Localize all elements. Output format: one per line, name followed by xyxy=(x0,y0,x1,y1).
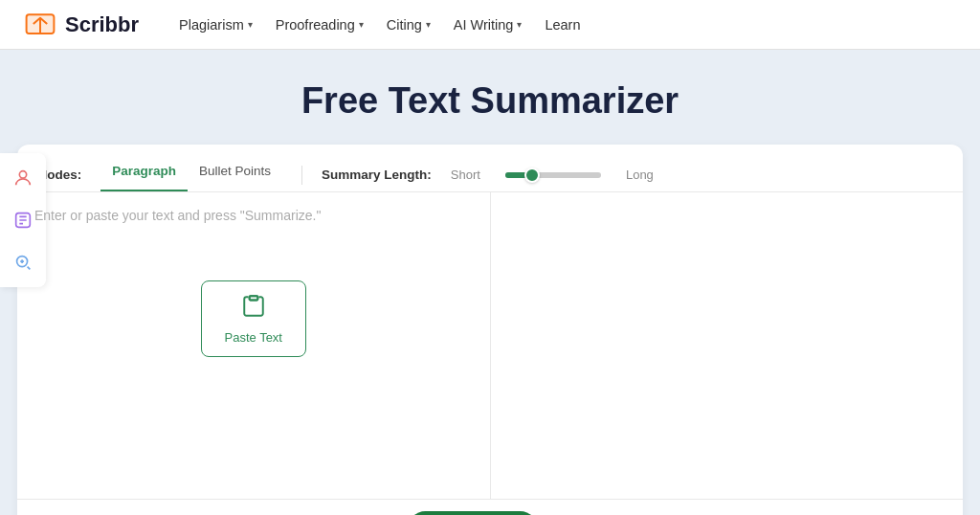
length-short: Short xyxy=(451,168,480,182)
chevron-down-icon: ▾ xyxy=(426,19,431,30)
chevron-down-icon: ▾ xyxy=(248,19,253,30)
nav-ai-writing[interactable]: AI Writing ▾ xyxy=(444,11,532,38)
mode-tabs: Paragraph Bullet Points xyxy=(100,158,282,191)
slider-thumb xyxy=(524,168,540,183)
nav-citing[interactable]: Citing ▾ xyxy=(377,11,440,38)
nav-learn[interactable]: Learn xyxy=(535,11,590,38)
chevron-down-icon: ▾ xyxy=(517,19,522,30)
footer-bar: Upload Doc Summarize 0 sentences • 0 wor… xyxy=(17,499,963,515)
main-card: Modes: Paragraph Bullet Points Summary L… xyxy=(17,145,963,515)
chevron-down-icon: ▾ xyxy=(359,19,364,30)
clipboard-icon xyxy=(241,294,266,325)
svg-point-0 xyxy=(19,171,26,178)
output-pane xyxy=(491,192,964,499)
header: Scribbr Plagiarism ▾ Proofreading ▾ Citi… xyxy=(0,0,980,50)
content-area: Enter or paste your text and press "Summ… xyxy=(17,192,963,499)
input-pane[interactable]: Enter or paste your text and press "Summ… xyxy=(17,192,491,499)
tab-bullet-points[interactable]: Bullet Points xyxy=(188,158,282,191)
length-slider[interactable] xyxy=(505,172,601,178)
paste-text-button[interactable]: Paste Text xyxy=(201,280,306,357)
nav-plagiarism[interactable]: Plagiarism ▾ xyxy=(169,11,262,38)
logo-icon xyxy=(23,8,57,42)
logo[interactable]: Scribbr xyxy=(23,8,139,42)
nav-proofreading[interactable]: Proofreading ▾ xyxy=(266,11,373,38)
sidebar-icon-1[interactable] xyxy=(10,165,36,191)
logo-text: Scribbr xyxy=(65,12,139,37)
main-nav: Plagiarism ▾ Proofreading ▾ Citing ▾ AI … xyxy=(169,11,590,38)
svg-rect-7 xyxy=(249,296,257,300)
length-label: Summary Length: xyxy=(322,168,432,182)
paste-text-label: Paste Text xyxy=(225,330,282,345)
toolbar: Modes: Paragraph Bullet Points Summary L… xyxy=(17,145,963,192)
page-title: Free Text Summarizer xyxy=(0,80,980,122)
toolbar-divider xyxy=(301,166,302,185)
summarize-button[interactable]: Summarize xyxy=(408,511,538,515)
length-long: Long xyxy=(626,168,654,182)
tab-paragraph[interactable]: Paragraph xyxy=(100,158,188,191)
page-title-area: Free Text Summarizer xyxy=(0,50,980,145)
input-placeholder: Enter or paste your text and press "Summ… xyxy=(34,208,473,223)
